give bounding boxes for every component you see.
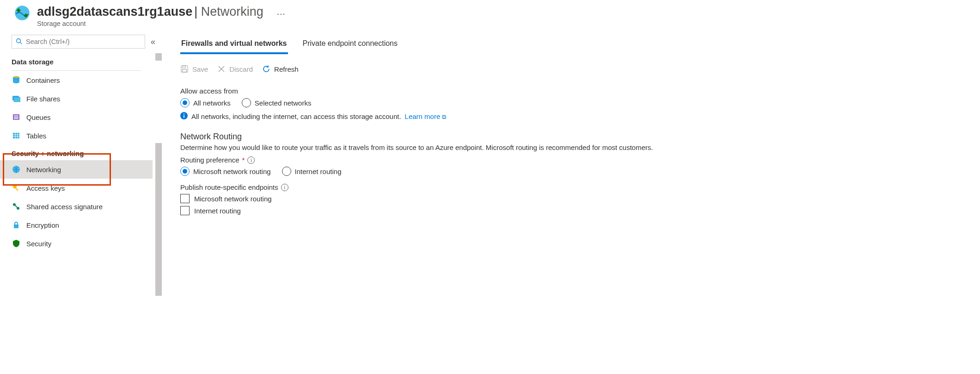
radio-internet-routing[interactable]: Internet routing <box>282 167 342 176</box>
search-input[interactable] <box>25 37 141 46</box>
checkbox-box-icon <box>180 194 190 203</box>
sidebar-item-label: File shares <box>26 95 60 103</box>
svg-rect-12 <box>14 118 18 119</box>
radio-label: All networks <box>193 99 231 107</box>
required-marker: * <box>242 156 245 164</box>
radio-label: Internet routing <box>295 168 342 175</box>
queues-icon <box>12 112 21 122</box>
svg-rect-26 <box>183 69 187 72</box>
sidebar-item-label: Containers <box>26 76 60 84</box>
radio-all-networks[interactable]: All networks <box>180 98 231 107</box>
radio-label: Microsoft network routing <box>193 168 271 175</box>
security-icon <box>12 239 21 248</box>
discard-button[interactable]: Discard <box>217 65 253 73</box>
svg-rect-10 <box>14 116 18 117</box>
storage-account-icon <box>14 5 31 23</box>
section-header-security-networking: Security + networking <box>0 145 153 160</box>
svg-rect-23 <box>14 224 18 228</box>
main-content: Firewalls and virtual networks Private e… <box>162 31 980 374</box>
learn-more-link[interactable]: Learn more⧉ <box>405 112 447 121</box>
sidebar-item-tables[interactable]: Tables <box>0 126 153 145</box>
radio-label: Selected networks <box>255 99 312 107</box>
sidebar-item-label: Shared access signature <box>26 203 103 211</box>
sidebar-item-label: Tables <box>26 132 46 140</box>
checkbox-box-icon <box>180 206 190 215</box>
svg-point-19 <box>13 185 17 188</box>
search-icon <box>16 38 22 46</box>
access-keys-icon <box>12 183 21 193</box>
tab-firewalls[interactable]: Firewalls and virtual networks <box>180 36 288 54</box>
toolbar: Save Discard Refresh <box>180 65 962 73</box>
sidebar-scrollbar[interactable] <box>155 53 162 374</box>
refresh-button[interactable]: Refresh <box>262 65 299 73</box>
sidebar-item-queues[interactable]: Queues <box>0 108 153 126</box>
sidebar-search[interactable] <box>12 35 145 49</box>
info-icon <box>180 112 188 121</box>
allow-access-label: Allow access from <box>180 87 962 95</box>
network-routing-heading: Network Routing <box>180 132 962 142</box>
sidebar-item-file-shares[interactable]: File shares <box>0 89 153 108</box>
svg-point-3 <box>17 38 21 43</box>
checkbox-label: Microsoft network routing <box>194 195 272 203</box>
sidebar-item-security[interactable]: Security <box>0 234 153 253</box>
sidebar-item-containers[interactable]: Containers <box>0 71 153 89</box>
external-link-icon: ⧉ <box>442 113 446 120</box>
tables-icon <box>12 131 21 140</box>
section-header-data-storage: Data storage <box>0 53 153 69</box>
radio-dot-icon <box>282 167 291 176</box>
svg-point-21 <box>13 203 16 206</box>
sidebar-item-label: Access keys <box>26 184 65 192</box>
svg-rect-20 <box>15 187 18 191</box>
svg-rect-8 <box>14 97 20 102</box>
networking-icon <box>12 165 21 174</box>
network-routing-desc: Determine how you would like to route yo… <box>180 143 962 151</box>
discard-label: Discard <box>229 65 253 73</box>
save-button[interactable]: Save <box>180 65 208 73</box>
blade-title: Networking <box>201 5 263 19</box>
publish-endpoints-label: Publish route-specific endpoints <box>180 183 278 191</box>
svg-point-31 <box>184 113 184 114</box>
blade-header: adlsg2datascans1rg1ause | Networking … S… <box>0 0 980 31</box>
radio-ms-routing[interactable]: Microsoft network routing <box>180 167 271 176</box>
tab-private-endpoint[interactable]: Private endpoint connections <box>302 36 398 54</box>
radio-dot-icon <box>180 98 190 107</box>
sidebar-item-sas[interactable]: Shared access signature <box>0 197 153 216</box>
more-actions-button[interactable]: … <box>276 6 287 17</box>
sidebar-item-networking[interactable]: Networking <box>0 160 153 179</box>
radio-dot-icon <box>242 98 251 107</box>
resource-name: adlsg2datascans1rg1ause <box>37 5 192 19</box>
info-hint-icon[interactable]: i <box>281 184 288 191</box>
sidebar-item-label: Security <box>26 240 51 248</box>
sidebar: « Data storage Containers <box>0 31 162 374</box>
file-shares-icon <box>12 94 21 103</box>
svg-rect-25 <box>183 66 185 68</box>
info-text: All networks, including the internet, ca… <box>191 112 401 120</box>
save-label: Save <box>192 65 208 73</box>
sidebar-item-label: Encryption <box>26 221 59 229</box>
sidebar-item-access-keys[interactable]: Access keys <box>0 179 153 197</box>
containers-icon <box>12 75 21 85</box>
svg-point-22 <box>17 207 19 210</box>
collapse-sidebar-button[interactable]: « <box>149 37 157 47</box>
radio-dot-icon <box>180 167 190 176</box>
save-icon <box>180 65 189 73</box>
refresh-icon <box>262 65 270 73</box>
svg-rect-13 <box>13 133 19 138</box>
shared-access-signature-icon <box>12 202 21 211</box>
info-hint-icon[interactable]: i <box>247 156 255 164</box>
checkbox-publish-ms-routing[interactable]: Microsoft network routing <box>180 194 962 203</box>
radio-selected-networks[interactable]: Selected networks <box>242 98 312 107</box>
tabs: Firewalls and virtual networks Private e… <box>180 36 962 55</box>
sidebar-item-label: Networking <box>26 166 61 174</box>
svg-rect-11 <box>14 117 18 118</box>
checkbox-publish-internet-routing[interactable]: Internet routing <box>180 206 962 215</box>
sidebar-item-encryption[interactable]: Encryption <box>0 216 153 234</box>
svg-rect-30 <box>184 115 184 118</box>
resource-type-label: Storage account <box>37 20 287 27</box>
encryption-icon <box>12 220 21 230</box>
refresh-label: Refresh <box>274 65 299 73</box>
sidebar-item-label: Queues <box>26 113 51 121</box>
routing-preference-label: Routing preference <box>180 156 239 164</box>
discard-icon <box>217 65 226 73</box>
checkbox-label: Internet routing <box>194 207 241 215</box>
